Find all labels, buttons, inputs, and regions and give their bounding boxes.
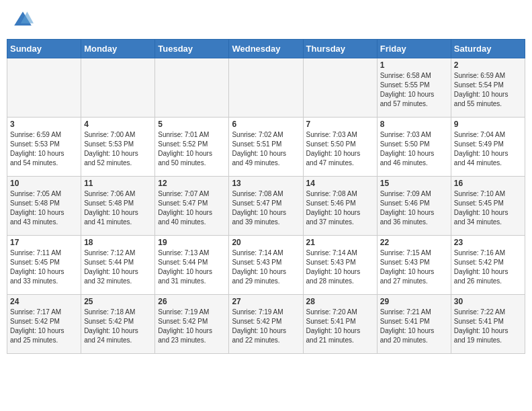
day-cell-21: 21Sunrise: 7:14 AM Sunset: 5:43 PM Dayli… (303, 236, 377, 295)
day-number: 19 (158, 238, 226, 247)
day-cell-16: 16Sunrise: 7:10 AM Sunset: 5:45 PM Dayli… (451, 177, 525, 236)
day-cell-10: 10Sunrise: 7:05 AM Sunset: 5:48 PM Dayli… (7, 177, 81, 236)
day-info: Sunrise: 7:04 AM Sunset: 5:49 PM Dayligh… (454, 130, 522, 168)
day-cell-6: 6Sunrise: 7:02 AM Sunset: 5:51 PM Daylig… (229, 118, 303, 177)
empty-cell (229, 58, 303, 118)
day-info: Sunrise: 7:11 AM Sunset: 5:45 PM Dayligh… (10, 248, 78, 286)
day-number: 7 (306, 120, 374, 129)
day-number: 17 (10, 238, 78, 247)
day-cell-2: 2Sunrise: 6:59 AM Sunset: 5:54 PM Daylig… (451, 58, 525, 118)
day-number: 6 (232, 120, 300, 129)
week-row-5: 24Sunrise: 7:17 AM Sunset: 5:42 PM Dayli… (7, 295, 525, 354)
day-info: Sunrise: 7:19 AM Sunset: 5:42 PM Dayligh… (232, 308, 300, 345)
day-cell-3: 3Sunrise: 6:59 AM Sunset: 5:53 PM Daylig… (7, 118, 81, 177)
day-cell-28: 28Sunrise: 7:20 AM Sunset: 5:41 PM Dayli… (303, 295, 377, 354)
logo-icon (12, 9, 34, 31)
day-info: Sunrise: 7:03 AM Sunset: 5:50 PM Dayligh… (380, 130, 448, 168)
day-info: Sunrise: 7:21 AM Sunset: 5:41 PM Dayligh… (380, 308, 448, 345)
day-number: 16 (454, 179, 522, 188)
weekday-header-tuesday: Tuesday (155, 40, 229, 58)
day-info: Sunrise: 7:14 AM Sunset: 5:43 PM Dayligh… (232, 248, 300, 286)
page-header (7, 7, 525, 34)
weekday-header-friday: Friday (377, 40, 451, 58)
day-info: Sunrise: 7:00 AM Sunset: 5:53 PM Dayligh… (84, 130, 152, 168)
day-cell-27: 27Sunrise: 7:19 AM Sunset: 5:42 PM Dayli… (229, 295, 303, 354)
day-number: 11 (84, 179, 152, 188)
day-info: Sunrise: 7:13 AM Sunset: 5:44 PM Dayligh… (158, 248, 226, 286)
day-number: 23 (454, 238, 522, 247)
week-row-4: 17Sunrise: 7:11 AM Sunset: 5:45 PM Dayli… (7, 236, 525, 295)
day-info: Sunrise: 7:05 AM Sunset: 5:48 PM Dayligh… (10, 189, 78, 227)
day-cell-15: 15Sunrise: 7:09 AM Sunset: 5:46 PM Dayli… (377, 177, 451, 236)
empty-cell (155, 58, 229, 118)
day-info: Sunrise: 7:20 AM Sunset: 5:41 PM Dayligh… (306, 308, 374, 345)
day-number: 4 (84, 120, 152, 129)
day-cell-22: 22Sunrise: 7:15 AM Sunset: 5:43 PM Dayli… (377, 236, 451, 295)
day-number: 12 (158, 179, 226, 188)
day-number: 2 (454, 60, 522, 70)
empty-cell (81, 58, 155, 118)
day-cell-13: 13Sunrise: 7:08 AM Sunset: 5:47 PM Dayli… (229, 177, 303, 236)
day-number: 25 (84, 297, 152, 306)
day-number: 3 (10, 120, 78, 129)
day-number: 29 (380, 297, 448, 306)
weekday-header-sunday: Sunday (7, 40, 81, 58)
day-cell-29: 29Sunrise: 7:21 AM Sunset: 5:41 PM Dayli… (377, 295, 451, 354)
day-cell-25: 25Sunrise: 7:18 AM Sunset: 5:42 PM Dayli… (81, 295, 155, 354)
day-cell-5: 5Sunrise: 7:01 AM Sunset: 5:52 PM Daylig… (155, 118, 229, 177)
day-number: 18 (84, 238, 152, 247)
day-info: Sunrise: 7:16 AM Sunset: 5:42 PM Dayligh… (454, 248, 522, 286)
day-cell-8: 8Sunrise: 7:03 AM Sunset: 5:50 PM Daylig… (377, 118, 451, 177)
day-info: Sunrise: 6:59 AM Sunset: 5:54 PM Dayligh… (454, 71, 522, 109)
day-info: Sunrise: 7:08 AM Sunset: 5:47 PM Dayligh… (232, 189, 300, 227)
day-cell-12: 12Sunrise: 7:07 AM Sunset: 5:47 PM Dayli… (155, 177, 229, 236)
day-cell-20: 20Sunrise: 7:14 AM Sunset: 5:43 PM Dayli… (229, 236, 303, 295)
day-cell-4: 4Sunrise: 7:00 AM Sunset: 5:53 PM Daylig… (81, 118, 155, 177)
day-number: 8 (380, 120, 448, 129)
empty-cell (303, 58, 377, 118)
day-cell-11: 11Sunrise: 7:06 AM Sunset: 5:48 PM Dayli… (81, 177, 155, 236)
day-cell-26: 26Sunrise: 7:19 AM Sunset: 5:42 PM Dayli… (155, 295, 229, 354)
day-cell-1: 1Sunrise: 6:58 AM Sunset: 5:55 PM Daylig… (377, 58, 451, 118)
day-info: Sunrise: 7:09 AM Sunset: 5:46 PM Dayligh… (380, 189, 448, 227)
week-row-2: 3Sunrise: 6:59 AM Sunset: 5:53 PM Daylig… (7, 118, 525, 177)
day-number: 27 (232, 297, 300, 306)
day-number: 26 (158, 297, 226, 306)
day-cell-30: 30Sunrise: 7:22 AM Sunset: 5:41 PM Dayli… (451, 295, 525, 354)
day-number: 22 (380, 238, 448, 247)
day-info: Sunrise: 7:10 AM Sunset: 5:45 PM Dayligh… (454, 189, 522, 227)
day-number: 20 (232, 238, 300, 247)
day-info: Sunrise: 7:06 AM Sunset: 5:48 PM Dayligh… (84, 189, 152, 227)
day-info: Sunrise: 7:07 AM Sunset: 5:47 PM Dayligh… (158, 189, 226, 227)
logo (12, 9, 36, 31)
day-cell-23: 23Sunrise: 7:16 AM Sunset: 5:42 PM Dayli… (451, 236, 525, 295)
day-number: 13 (232, 179, 300, 188)
day-info: Sunrise: 7:01 AM Sunset: 5:52 PM Dayligh… (158, 130, 226, 168)
weekday-header-row: SundayMondayTuesdayWednesdayThursdayFrid… (7, 40, 525, 58)
day-info: Sunrise: 7:18 AM Sunset: 5:42 PM Dayligh… (84, 308, 152, 345)
day-info: Sunrise: 6:58 AM Sunset: 5:55 PM Dayligh… (380, 71, 448, 109)
day-number: 9 (454, 120, 522, 129)
day-cell-14: 14Sunrise: 7:08 AM Sunset: 5:46 PM Dayli… (303, 177, 377, 236)
day-info: Sunrise: 7:08 AM Sunset: 5:46 PM Dayligh… (306, 189, 374, 227)
day-info: Sunrise: 7:15 AM Sunset: 5:43 PM Dayligh… (380, 248, 448, 286)
day-number: 21 (306, 238, 374, 247)
day-number: 10 (10, 179, 78, 188)
weekday-header-thursday: Thursday (303, 40, 377, 58)
day-number: 14 (306, 179, 374, 188)
day-number: 30 (454, 297, 522, 306)
day-number: 28 (306, 297, 374, 306)
week-row-1: 1Sunrise: 6:58 AM Sunset: 5:55 PM Daylig… (7, 58, 525, 118)
weekday-header-monday: Monday (81, 40, 155, 58)
day-info: Sunrise: 7:12 AM Sunset: 5:44 PM Dayligh… (84, 248, 152, 286)
day-cell-7: 7Sunrise: 7:03 AM Sunset: 5:50 PM Daylig… (303, 118, 377, 177)
day-cell-24: 24Sunrise: 7:17 AM Sunset: 5:42 PM Dayli… (7, 295, 81, 354)
day-number: 1 (380, 60, 448, 70)
day-info: Sunrise: 7:14 AM Sunset: 5:43 PM Dayligh… (306, 248, 374, 286)
day-number: 24 (10, 297, 78, 306)
day-info: Sunrise: 7:22 AM Sunset: 5:41 PM Dayligh… (454, 308, 522, 345)
day-number: 15 (380, 179, 448, 188)
day-info: Sunrise: 7:02 AM Sunset: 5:51 PM Dayligh… (232, 130, 300, 168)
calendar-table: SundayMondayTuesdayWednesdayThursdayFrid… (7, 39, 525, 354)
week-row-3: 10Sunrise: 7:05 AM Sunset: 5:48 PM Dayli… (7, 177, 525, 236)
